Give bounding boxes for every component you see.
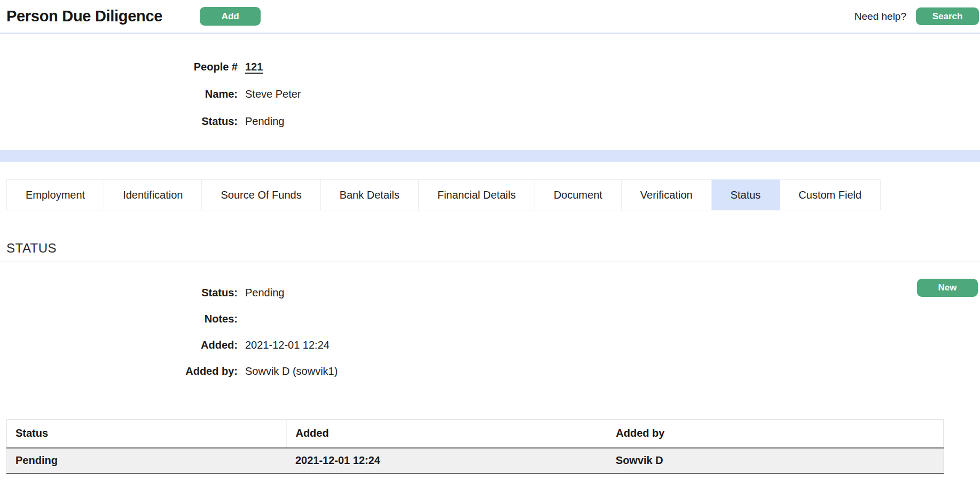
added-by-field-row: Added by: Sowvik D (sowvik1) bbox=[0, 358, 980, 384]
person-number-row: People # 121 bbox=[0, 53, 980, 81]
status-value: Pending bbox=[245, 286, 284, 300]
column-header-status: Status bbox=[7, 420, 287, 448]
column-header-added: Added bbox=[287, 420, 607, 448]
person-status-label: Status: bbox=[0, 115, 238, 128]
added-field-row: Added: 2021-12-01 12:24 bbox=[0, 332, 980, 358]
table-row: Pending 2021-12-01 12:24 Sowvik D bbox=[7, 448, 944, 474]
cell-added-by: Sowvik D bbox=[607, 448, 944, 474]
added-by-label: Added by: bbox=[0, 365, 238, 378]
table-header-row: Status Added Added by bbox=[7, 420, 944, 448]
person-name-label: Name: bbox=[0, 88, 238, 101]
person-name-row: Name: Steve Peter bbox=[0, 81, 980, 108]
tab-source-of-funds[interactable]: Source Of Funds bbox=[202, 179, 320, 210]
tab-identification[interactable]: Identification bbox=[104, 179, 202, 210]
person-status-value: Pending bbox=[245, 115, 284, 128]
status-field-row: Status: Pending bbox=[0, 280, 980, 306]
tab-document[interactable]: Document bbox=[535, 179, 622, 210]
new-button[interactable]: New bbox=[917, 279, 978, 297]
person-status-row: Status: Pending bbox=[0, 108, 980, 135]
notes-field-row: Notes: bbox=[0, 306, 980, 332]
status-section-heading: STATUS bbox=[0, 242, 980, 262]
status-label: Status: bbox=[0, 286, 238, 300]
page-header: Person Due Diligence Add Need help? Sear… bbox=[0, 0, 980, 34]
tab-financial-details[interactable]: Financial Details bbox=[419, 179, 535, 210]
tab-status[interactable]: Status bbox=[712, 179, 780, 210]
person-name-value: Steve Peter bbox=[245, 88, 301, 101]
added-value: 2021-12-01 12:24 bbox=[245, 339, 330, 352]
add-button[interactable]: Add bbox=[200, 7, 261, 26]
column-header-added-by: Added by bbox=[607, 420, 944, 448]
tab-employment[interactable]: Employment bbox=[6, 179, 104, 210]
added-by-value: Sowvik D (sowvik1) bbox=[245, 365, 338, 378]
search-button[interactable]: Search bbox=[916, 7, 979, 25]
person-number-link[interactable]: 121 bbox=[245, 61, 263, 73]
tab-verification[interactable]: Verification bbox=[622, 179, 712, 210]
tab-custom-field[interactable]: Custom Field bbox=[780, 179, 881, 210]
person-number-label: People # bbox=[0, 60, 238, 74]
person-number-value: 121 bbox=[245, 60, 263, 74]
person-summary: People # 121 Name: Steve Peter Status: P… bbox=[0, 34, 980, 135]
section-divider-bar bbox=[0, 150, 980, 162]
tab-bank-details[interactable]: Bank Details bbox=[321, 179, 419, 210]
status-section: New Status: Pending Notes: Added: 2021-1… bbox=[0, 262, 980, 474]
page-title: Person Due Diligence bbox=[6, 7, 162, 25]
cell-status: Pending bbox=[7, 448, 287, 474]
added-label: Added: bbox=[0, 339, 238, 352]
cell-added: 2021-12-01 12:24 bbox=[287, 448, 607, 474]
notes-label: Notes: bbox=[0, 312, 238, 326]
need-help-link[interactable]: Need help? bbox=[854, 11, 906, 22]
tab-bar: Employment Identification Source Of Fund… bbox=[6, 179, 881, 210]
status-history-table: Status Added Added by Pending 2021-12-01… bbox=[6, 419, 944, 474]
